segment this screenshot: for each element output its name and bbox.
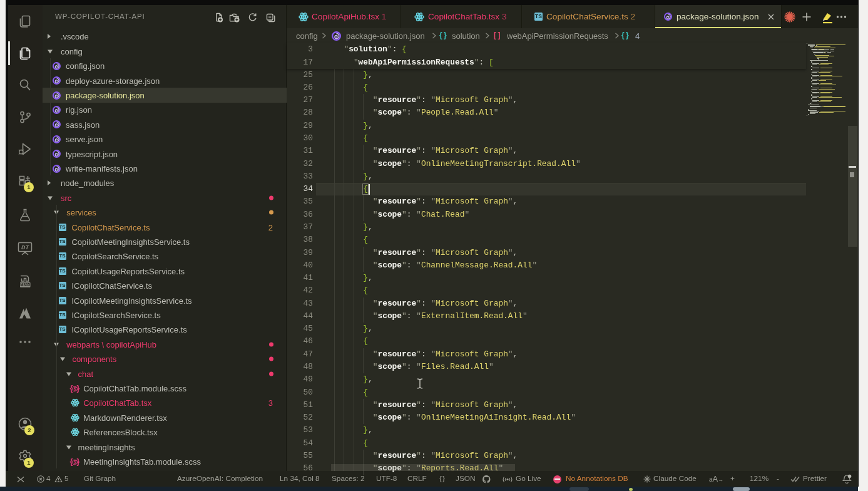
svg-text:M365: M365 bbox=[20, 282, 30, 287]
svg-text:DT: DT bbox=[21, 244, 29, 251]
